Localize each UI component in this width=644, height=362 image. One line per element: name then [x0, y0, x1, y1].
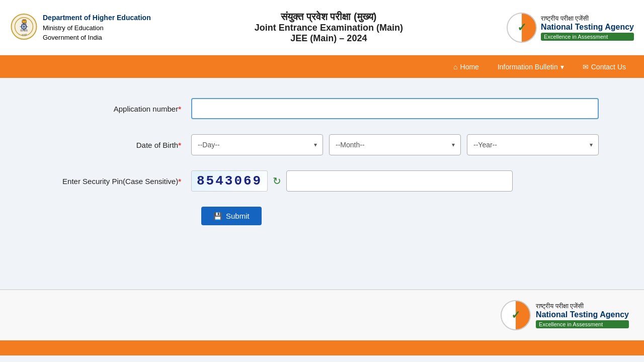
- footer-checkmark-icon: ✓: [511, 309, 520, 322]
- nta-text: राष्ट्रीय परीक्षा एजेंसी National Testin…: [541, 15, 634, 41]
- refresh-icon[interactable]: ↻: [273, 175, 281, 187]
- footer-nta-hindi: राष्ट्रीय परीक्षा एजेंसी: [536, 302, 629, 310]
- login-form: Application number* Date of Birth* --Day…: [45, 98, 599, 225]
- checkmark-icon: ✓: [517, 21, 526, 34]
- footer-nta-text: राष्ट्रीय परीक्षा एजेंसी National Testin…: [536, 302, 629, 328]
- security-pin-label: Enter Security Pin(Case Sensitive)*: [45, 177, 191, 186]
- dob-label: Date of Birth*: [45, 141, 191, 149]
- footer-nta-logo: ✓ राष्ट्रीय परीक्षा एजेंसी National Test…: [501, 300, 629, 330]
- header-right: ✓ राष्ट्रीय परीक्षा एजेंसी National Test…: [507, 13, 634, 43]
- eng-title: Joint Entrance Examination (Main): [151, 23, 507, 33]
- footer-nta-tagline: Excellence in Assessment: [536, 320, 629, 328]
- dob-selects-group: --Day-- ▾ --Month-- ▾ --Year-- ▾: [191, 134, 599, 155]
- dept-line1: Department of Higher Education: [43, 14, 151, 22]
- submit-button[interactable]: 💾 Submit: [201, 207, 262, 225]
- required-marker-dob: *: [178, 141, 181, 149]
- header-left: 🦁 सत्यमेव जयते Department of Higher Educ…: [10, 13, 151, 43]
- main-content: Application number* Date of Birth* --Day…: [0, 78, 644, 289]
- day-select-wrap: --Day-- ▾: [191, 134, 323, 155]
- nav-info-label: Information Bulletin: [498, 63, 558, 71]
- application-number-input[interactable]: [191, 98, 599, 119]
- captcha-area: 8543069 ↻: [191, 170, 513, 192]
- date-of-birth-row: Date of Birth* --Day-- ▾ --Month-- ▾: [45, 134, 599, 155]
- nav-information-bulletin[interactable]: Information Bulletin ▾: [490, 59, 572, 75]
- application-number-label: Application number*: [45, 105, 191, 113]
- navigation-bar: ⌂ Home Information Bulletin ▾ ✉ Contact …: [0, 55, 644, 78]
- nav-contact-us[interactable]: ✉ Contact Us: [575, 59, 634, 75]
- nta-tagline-text: Excellence in Assessment: [541, 33, 634, 41]
- nta-hindi-text: राष्ट्रीय परीक्षा एजेंसी: [541, 15, 634, 23]
- footer-nta-emblem-icon: ✓: [501, 300, 531, 330]
- hindi-title: संयुक्त प्रवेश परीक्षा (मुख्य): [151, 11, 507, 23]
- dept-line3: Government of India: [43, 33, 151, 43]
- emblem-icon: 🦁 सत्यमेव जयते: [10, 13, 38, 43]
- svg-text:जयते: जयते: [21, 33, 27, 36]
- year-select-wrap: --Year-- ▾: [467, 134, 599, 155]
- month-select[interactable]: --Month--: [329, 134, 461, 155]
- nav-home-label: Home: [460, 63, 479, 71]
- nta-eng-text: National Testing Agency: [541, 23, 634, 32]
- home-icon: ⌂: [453, 63, 457, 71]
- submit-label: Submit: [226, 212, 250, 220]
- day-select[interactable]: --Day--: [191, 134, 323, 155]
- header-center: संयुक्त प्रवेश परीक्षा (मुख्य) Joint Ent…: [151, 11, 507, 44]
- year-select[interactable]: --Year--: [467, 134, 599, 155]
- contact-icon: ✉: [583, 63, 589, 71]
- nta-emblem-icon: ✓: [507, 13, 537, 43]
- required-marker-pin: *: [178, 177, 181, 186]
- month-select-wrap: --Month-- ▾: [329, 134, 461, 155]
- application-number-row: Application number*: [45, 98, 599, 119]
- dept-info: Department of Higher Education Ministry …: [43, 13, 151, 43]
- floppy-icon: 💾: [213, 212, 222, 220]
- captcha-value: 8543069: [191, 170, 268, 192]
- jee-title: JEE (Main) – 2024: [151, 33, 507, 44]
- security-pin-input[interactable]: [286, 170, 513, 192]
- security-pin-row: Enter Security Pin(Case Sensitive)* 8543…: [45, 170, 599, 192]
- footer-content: ✓ राष्ट्रीय परीक्षा एजेंसी National Test…: [0, 290, 644, 340]
- footer-nta-eng: National Testing Agency: [536, 310, 629, 319]
- required-marker: *: [178, 105, 181, 113]
- footer-bottom-bar: [0, 340, 644, 355]
- nta-logo: ✓ राष्ट्रीय परीक्षा एजेंसी National Test…: [507, 13, 634, 43]
- dropdown-chevron-icon: ▾: [560, 63, 564, 71]
- site-header: 🦁 सत्यमेव जयते Department of Higher Educ…: [0, 0, 644, 55]
- submit-row: 💾 Submit: [45, 207, 599, 225]
- nav-contact-label: Contact Us: [591, 63, 626, 71]
- nav-home[interactable]: ⌂ Home: [445, 59, 487, 75]
- dept-line2: Ministry of Education: [43, 23, 151, 33]
